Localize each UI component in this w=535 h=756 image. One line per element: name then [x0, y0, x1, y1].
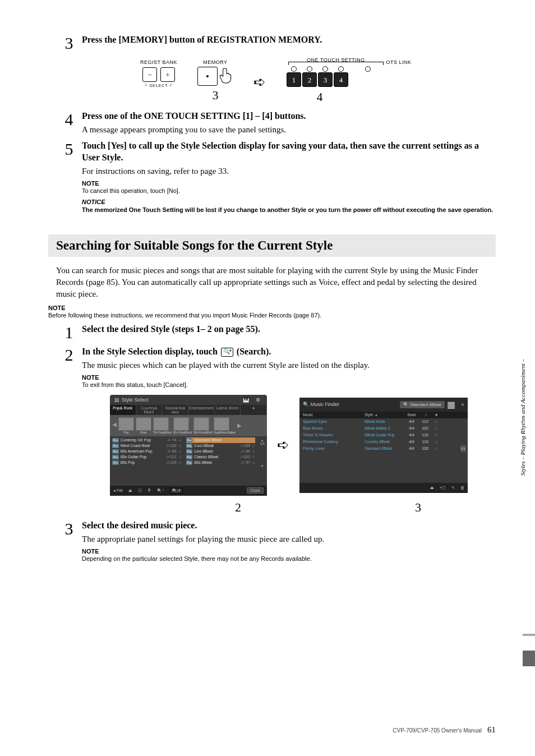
style-category-tabs: Pop& Rock Country& Blues Standards& Jazz… [110, 405, 267, 415]
trash-icon[interactable]: 🗑 [460, 486, 464, 490]
tab-country[interactable]: Country& Blues [136, 405, 163, 415]
step-number: 1 [56, 323, 82, 341]
mf-row[interactable]: Penny LoverStandard 8Beat4/4100☆ [299, 445, 468, 452]
pro-badge: Pro [186, 460, 193, 465]
thumb-next-button[interactable]: ▶ [237, 422, 242, 428]
mf-row[interactable]: Spanish Eyes8Beat Adria4/4112☆ [299, 418, 468, 425]
page-number: 61 [487, 725, 496, 735]
side-tab-marker [523, 651, 535, 666]
style-list-right: ProStandard 8Beat♩=100☆ ProCool 8Beat♩=1… [184, 436, 258, 468]
info-icon[interactable]: ⓘ [138, 488, 142, 494]
ots-button-3[interactable]: 3 [318, 72, 333, 87]
thumb[interactable] [214, 417, 229, 431]
style-item[interactable]: Pro80s American Pop♩= 88☆ [112, 449, 182, 454]
file-button[interactable]: ◂ File [113, 488, 123, 493]
note-label: NOTE [82, 548, 496, 555]
thumb-prev-button[interactable]: ▶ [112, 422, 117, 428]
star-icon[interactable]: ☆ [432, 440, 441, 444]
ots-button-4[interactable]: 4 [334, 72, 348, 87]
star-icon[interactable]: ☆ [252, 449, 255, 454]
figure-callout-3: 3 [415, 500, 421, 515]
col-fav[interactable]: ★ [432, 413, 441, 417]
pro-badge: Pro [112, 449, 119, 454]
search-add-button[interactable]: 🔍⁺ [157, 488, 164, 493]
style-item[interactable]: ProContemp Gtr Pop♩= 74☆ [112, 437, 182, 443]
close-button[interactable]: Close [247, 487, 264, 494]
col-music[interactable]: Music [303, 413, 365, 417]
star-icon[interactable]: ☆ [178, 444, 182, 448]
regist-next-button[interactable]: + [160, 67, 175, 82]
style-item[interactable]: ProCool 8Beat♩=100☆ [186, 443, 256, 449]
ots-led-1 [291, 66, 297, 72]
thumb-label: Pop&Rock Ballad [214, 431, 236, 434]
star-icon[interactable]: ☆ [178, 449, 182, 454]
tab-pop-rock[interactable]: Pop& Rock [110, 405, 136, 415]
star-icon[interactable]: ☆ [178, 455, 182, 459]
style-list-left: ProContemp Gtr Pop♩= 74☆ ProWest Coast B… [110, 436, 184, 468]
col-style[interactable]: Style ▲ [365, 413, 405, 417]
style-select-title-text: Style Select [122, 397, 149, 403]
style-item[interactable]: Pro80s Pop♩=120☆ [112, 460, 182, 465]
style-item[interactable]: ProClassic 8Beat♩=102☆ [186, 454, 256, 460]
side-section-label: Styles – Playing Rhythm and Accompanimen… [519, 359, 526, 476]
star-icon[interactable]: ☆ [432, 433, 441, 437]
step-title-part-b: (Search). [237, 347, 271, 356]
step-title: Press the [MEMORY] button of REGISTRATIO… [82, 34, 496, 46]
tab-favorite[interactable]: ★ [241, 405, 267, 415]
step-number: 3 [56, 519, 82, 562]
thumb[interactable] [118, 417, 134, 431]
star-icon[interactable]: ☆ [252, 438, 255, 442]
col-tempo[interactable]: ♩ [418, 413, 432, 417]
ots-button-2[interactable]: 2 [302, 72, 317, 87]
section2-step-2: 2 In the Style Selection display, touch … [56, 345, 496, 515]
style-item-selected[interactable]: ProStandard 8Beat♩=100☆ [186, 437, 256, 443]
arrow-right-icon: ➪ [277, 436, 289, 454]
eject-icon[interactable]: ⏏ [128, 488, 132, 493]
close-x-button[interactable]: × [461, 401, 464, 408]
style-item[interactable]: ProWest Coast Beat♩=130☆ [112, 443, 182, 449]
star-icon[interactable]: ☆ [178, 438, 182, 442]
mf-row[interactable]: Rhinestone CowboyCountry 8Beat4/4116☆ [299, 439, 468, 445]
arrow-right-icon: ➪ [253, 73, 266, 91]
star-icon[interactable]: ☆ [432, 426, 441, 431]
thumb[interactable] [193, 417, 209, 431]
edit-icon[interactable]: ✎ [451, 486, 455, 490]
figure-callout-2: 2 [235, 500, 241, 515]
star-icon[interactable]: ☆ [252, 455, 255, 459]
regist-prev-button[interactable]: − [142, 67, 157, 82]
tab-entertainment[interactable]: Entertainment [188, 405, 215, 415]
menu-icon[interactable]: ⚙ [256, 397, 260, 403]
mf-row[interactable]: Ticket To Heaven8Beat Guitar Pop4/4116☆ [299, 432, 468, 439]
style-item[interactable]: Pro80s 8Beat♩= 97☆ [186, 460, 256, 465]
page-indicator: ▲ 1/8 ▼ [257, 436, 267, 468]
tab-standards[interactable]: Standards& Jazz [162, 405, 188, 415]
star-icon[interactable]: ☆ [252, 444, 255, 448]
star-icon[interactable]: ☆ [178, 460, 182, 465]
thumb[interactable] [173, 417, 189, 431]
thumb[interactable] [136, 417, 151, 431]
note-label: NOTE [48, 305, 496, 311]
piano-icon[interactable]: 🎹 [243, 397, 249, 403]
record-icon[interactable]: 🎙 [147, 488, 151, 492]
mf-row[interactable]: Blue Bossa8Beat Ballad 24/4102☆ [299, 425, 468, 432]
note-text: Depending on the particular selected Sty… [82, 555, 496, 562]
star-icon[interactable]: ☆ [432, 446, 441, 451]
music-finder-screenshot: 🔍 Music Finder 🔍 Standard 8Beat ▦ × Musi… [299, 398, 468, 493]
thumb[interactable] [153, 417, 169, 431]
ots-button-1[interactable]: 1 [287, 72, 301, 87]
search-field[interactable]: 🔍 Standard 8Beat [400, 401, 445, 408]
star-icon[interactable]: ☆ [432, 420, 441, 424]
search-recall-button[interactable]: 🔍↺ [170, 488, 183, 494]
menu-icon[interactable]: ▦ [447, 399, 455, 410]
star-icon[interactable]: ☆ [252, 460, 255, 465]
add-record-button[interactable]: +▢ [440, 486, 446, 490]
style-item[interactable]: ProLive 8Beat♩= 86☆ [186, 449, 256, 454]
memory-button[interactable] [197, 67, 218, 86]
tab-latin[interactable]: Latin& World [215, 405, 241, 415]
step-title: In the Style Selection display, touch (S… [82, 345, 496, 358]
eject-icon[interactable]: ⏏ [430, 486, 434, 490]
music-finder-footer: ⏏ +▢ ✎ 🗑 [299, 483, 468, 493]
pro-badge: Pro [112, 460, 119, 465]
style-item[interactable]: Pro80s Guitar Pop♩=111☆ [112, 454, 182, 460]
col-beat[interactable]: Beat [405, 413, 418, 417]
